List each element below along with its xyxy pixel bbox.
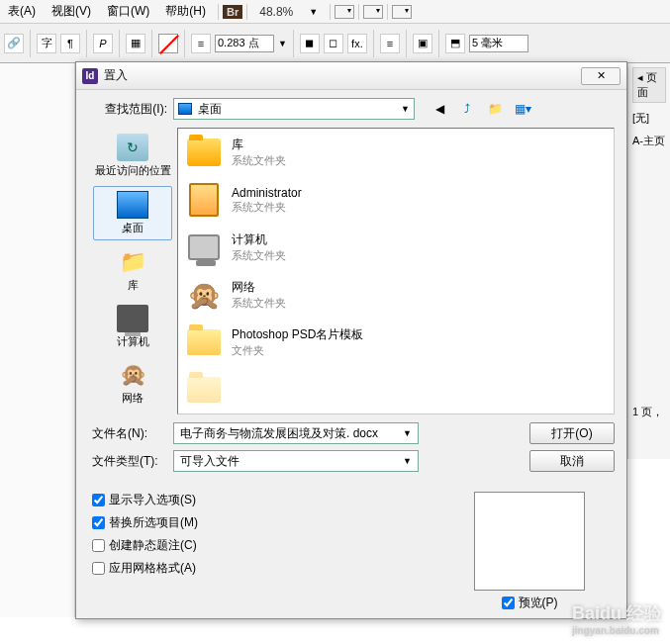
- place-recent[interactable]: 最近访问的位置: [93, 130, 172, 182]
- view-menu-icon[interactable]: ▦▾: [514, 100, 531, 118]
- file-item-network[interactable]: 网络 系统文件夹: [178, 271, 614, 319]
- chk-grid[interactable]: 应用网格格式(A): [92, 560, 198, 577]
- text-wrap-icon[interactable]: ▦: [126, 34, 145, 53]
- link-icon[interactable]: 🔗: [4, 34, 24, 53]
- chk-preview[interactable]: 预览(P): [474, 595, 585, 611]
- pages-tab[interactable]: ◂ 页面: [632, 67, 666, 103]
- control-toolbar: 🔗 字 ¶ P ▦ ≡ 0.283 点 ▼ ◼ ◻ fx. ≡ ▣ ⬒ 5 毫米: [0, 24, 670, 63]
- corner-icon[interactable]: ⬒: [445, 34, 465, 53]
- places-bar: 最近访问的位置 桌面 库 计算机 网络: [88, 128, 177, 414]
- file-item-partial[interactable]: [178, 366, 614, 414]
- chk-static[interactable]: 创建静态题注(C): [92, 537, 198, 554]
- ruler: [0, 63, 75, 617]
- filetype-combo[interactable]: 可导入文件▼: [173, 450, 419, 472]
- cancel-button[interactable]: 取消: [529, 450, 615, 472]
- stroke-weight-icon: ≡: [191, 34, 211, 53]
- menu-bar: 表(A) 视图(V) 窗口(W) 帮助(H) Br 48.8% ▼: [0, 0, 670, 24]
- lookup-combo[interactable]: 桌面 ▼: [173, 98, 415, 120]
- file-item-library[interactable]: 库 系统文件夹: [178, 129, 614, 176]
- place-desktop[interactable]: 桌面: [93, 186, 172, 240]
- dialog-titlebar: Id 置入 ✕: [76, 62, 626, 90]
- swatch2-icon[interactable]: ◻: [324, 34, 343, 53]
- menu-help[interactable]: 帮助(H): [157, 3, 214, 20]
- menu-window[interactable]: 窗口(W): [99, 3, 157, 20]
- indesign-icon: Id: [82, 68, 98, 84]
- file-item-admin[interactable]: Administrator 系统文件夹: [178, 176, 614, 224]
- place-network[interactable]: 网络: [93, 357, 172, 410]
- lookup-label: 查找范围(I):: [88, 101, 173, 118]
- desktop-icon: [178, 103, 192, 115]
- char-icon[interactable]: 字: [37, 34, 56, 53]
- filename-combo[interactable]: 电子商务与物流发展困境及对策. docx▼: [173, 422, 419, 444]
- chk-show-import[interactable]: 显示导入选项(S): [92, 492, 198, 508]
- view-mode-dropdown[interactable]: [335, 5, 354, 19]
- menu-view[interactable]: 视图(V): [44, 3, 99, 20]
- master-none[interactable]: [无]: [632, 107, 666, 130]
- file-item-computer[interactable]: 计算机 系统文件夹: [178, 224, 614, 271]
- page-count: 1 页，: [632, 405, 663, 419]
- menu-table[interactable]: 表(A): [0, 3, 44, 20]
- place-dialog: Id 置入 ✕ 查找范围(I): 桌面 ▼ ◀ ⤴ 📁 ▦▾ 最近访问的位置: [75, 61, 627, 619]
- stroke-weight-input[interactable]: 0.283 点: [215, 35, 274, 52]
- new-folder-icon[interactable]: 📁: [486, 100, 504, 118]
- zoom-level[interactable]: 48.8%: [251, 5, 301, 19]
- corner-size-input[interactable]: 5 毫米: [469, 35, 528, 52]
- pilcrow-icon[interactable]: P: [93, 34, 113, 53]
- place-library[interactable]: 库: [93, 244, 172, 297]
- place-computer[interactable]: 计算机: [93, 301, 172, 353]
- close-button[interactable]: ✕: [581, 67, 621, 85]
- fx-icon[interactable]: fx.: [347, 34, 367, 53]
- pages-panel: ◂ 页面 [无] A-主页 1 页，: [627, 63, 670, 459]
- arrange-dropdown[interactable]: [392, 5, 412, 19]
- align-icon[interactable]: ≡: [380, 34, 400, 53]
- preview-area: [474, 492, 585, 591]
- open-button[interactable]: 打开(O): [529, 422, 615, 444]
- file-list[interactable]: 库 系统文件夹 Administrator 系统文件夹 计算机 系统文件夹: [177, 128, 615, 414]
- master-a[interactable]: A-主页: [632, 130, 666, 152]
- file-item-psd-folder[interactable]: Photoshop PSD名片模板 文件夹: [178, 319, 614, 366]
- back-icon[interactable]: ◀: [431, 100, 448, 118]
- dialog-title-text: 置入: [104, 67, 128, 84]
- filetype-label: 文件类型(T):: [88, 453, 173, 470]
- frame-icon[interactable]: ▣: [413, 34, 432, 53]
- swatch1-icon[interactable]: ◼: [300, 34, 320, 53]
- bridge-icon[interactable]: Br: [223, 5, 242, 19]
- para-icon[interactable]: ¶: [60, 34, 80, 53]
- up-icon[interactable]: ⤴: [458, 100, 476, 118]
- no-fill-icon[interactable]: [158, 34, 178, 53]
- chk-replace[interactable]: 替换所选项目(M): [92, 514, 198, 531]
- filename-label: 文件名(N):: [88, 425, 173, 442]
- screen-mode-dropdown[interactable]: [363, 5, 383, 19]
